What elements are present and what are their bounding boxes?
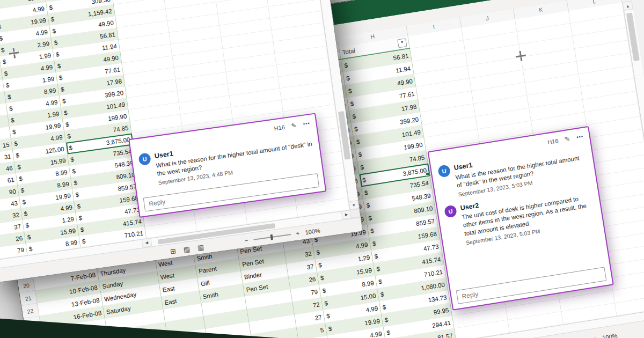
cell-value: 56.81	[393, 52, 409, 61]
cell-value: 1,080.00	[421, 281, 445, 291]
currency-symbol: $	[50, 16, 55, 23]
page-break-view-icon[interactable]: ▥	[197, 243, 204, 251]
currency-symbol: $	[318, 261, 322, 268]
currency-symbol: $	[372, 240, 376, 247]
currency-symbol: $	[0, 23, 2, 30]
avatar: U	[138, 152, 151, 166]
cell-value: 415.74	[122, 218, 142, 227]
cell-value: 2.99	[37, 40, 50, 48]
comment-cell-ref: H16	[547, 137, 559, 145]
currency-symbol: $	[348, 87, 352, 94]
cell-value: 159.68	[119, 195, 139, 204]
filter-dropdown-icon[interactable]: ▾	[397, 38, 407, 48]
cell-value: 17.98	[106, 78, 122, 86]
currency-symbol: $	[316, 249, 320, 256]
currency-symbol: $	[22, 199, 26, 205]
cell-cursor-icon	[515, 50, 527, 62]
more-actions-icon[interactable]: ⋯	[576, 133, 584, 142]
cell-value: 49.90	[397, 78, 413, 86]
zoom-out-button[interactable]: −	[244, 237, 249, 245]
currency-symbol: $	[52, 27, 56, 34]
cell-value: 101.49	[106, 101, 126, 110]
zoom-level-label[interactable]: 100%	[305, 227, 321, 236]
zoom-level-label[interactable]: 100%	[602, 332, 618, 338]
cell-value: 735.54	[409, 179, 429, 188]
edit-comment-icon[interactable]: ✎	[564, 135, 570, 143]
currency-symbol: $	[17, 163, 21, 170]
currency-symbol: $	[384, 316, 389, 323]
edit-comment-icon[interactable]: ✎	[291, 121, 297, 129]
normal-view-icon[interactable]: ⊞	[170, 247, 177, 255]
currency-symbol: $	[80, 226, 84, 233]
comment-cell-ref: H16	[274, 123, 286, 131]
currency-symbol: $	[67, 133, 71, 139]
cell-value: 8.99	[361, 280, 374, 288]
cell-value: 199.90	[404, 141, 423, 150]
currency-symbol: $	[5, 82, 10, 89]
currency-symbol: $	[2, 58, 6, 65]
cell-value: 415.74	[421, 256, 441, 265]
cell-value: 1.29	[357, 254, 370, 262]
currency-symbol: $	[25, 222, 30, 229]
cell-value: 77.61	[399, 90, 415, 99]
currency-symbol: $	[380, 291, 384, 298]
cell-value: 15.99	[60, 227, 76, 236]
cell-value: 49.90	[103, 54, 119, 63]
currency-symbol: $	[57, 62, 61, 69]
cell-value: 548.39	[412, 192, 431, 201]
currency-symbol: $	[358, 151, 362, 158]
cell-value: 15.99	[356, 267, 372, 275]
page-layout-view-icon[interactable]: ▤	[183, 245, 191, 253]
more-actions-icon[interactable]: ⋯	[302, 119, 311, 128]
currency-symbol: $	[382, 304, 386, 311]
cell-value: 4.99	[45, 99, 58, 107]
cell-value: 8.99	[57, 180, 70, 188]
currency-symbol: $	[324, 299, 328, 306]
currency-symbol: $	[366, 202, 370, 209]
cell-value: 4.99	[32, 5, 45, 13]
cell-value: 77.61	[105, 66, 121, 75]
cell-value: 4.99	[355, 241, 368, 249]
currency-symbol: $	[9, 105, 13, 112]
currency-symbol: $	[19, 175, 23, 182]
cell-value: 309.38	[91, 0, 111, 5]
currency-symbol: $	[62, 98, 66, 105]
currency-symbol: $	[54, 39, 58, 46]
zoom-slider-thumb[interactable]	[270, 234, 273, 240]
currency-symbol: $	[69, 144, 73, 151]
currency-symbol: $	[74, 179, 78, 186]
cell-value: 1.99	[39, 52, 52, 60]
cell-value: 11.94	[101, 42, 117, 51]
cell-value: 4.99	[50, 134, 63, 142]
cell-value: 11.94	[395, 65, 411, 74]
currency-symbol: $	[386, 329, 390, 336]
composition-stage: ABCDEFGHIJKL 6Cost▾Total▾7$2.99$56.818$1…	[0, 0, 644, 338]
zoom-in-button[interactable]: +	[296, 230, 301, 238]
currency-symbol: $	[362, 177, 366, 183]
currency-symbol: $	[4, 70, 8, 77]
cell-value: 3,875.00	[402, 167, 427, 177]
cell-value: 56.81	[99, 31, 115, 40]
zoom-in-button[interactable]: +	[593, 335, 598, 338]
currency-symbol: $	[12, 128, 16, 135]
cell-value: 125.00	[45, 145, 65, 155]
cell-value: 17.98	[401, 103, 417, 112]
cell-value: 859.57	[415, 217, 435, 226]
cell-value: 19.99	[55, 192, 71, 201]
cell-value: 809.10	[413, 205, 433, 214]
currency-symbol: $	[72, 167, 76, 174]
cell-value: 74.85	[409, 154, 425, 163]
currency-symbol: $	[16, 152, 20, 159]
currency-symbol: $	[55, 50, 60, 57]
cell-value: 1,159.42	[87, 8, 112, 17]
currency-symbol: $	[320, 274, 324, 281]
cell-value: 4.99	[60, 204, 73, 212]
currency-symbol: $	[70, 156, 75, 163]
currency-symbol: $	[77, 203, 81, 210]
currency-symbol: $	[344, 62, 348, 69]
currency-symbol: $	[63, 109, 68, 116]
zoom-slider[interactable]	[253, 234, 291, 240]
scroll-up-button[interactable]: ▲	[623, 1, 633, 11]
currency-symbol: $	[10, 116, 14, 123]
currency-symbol: $	[370, 227, 374, 234]
